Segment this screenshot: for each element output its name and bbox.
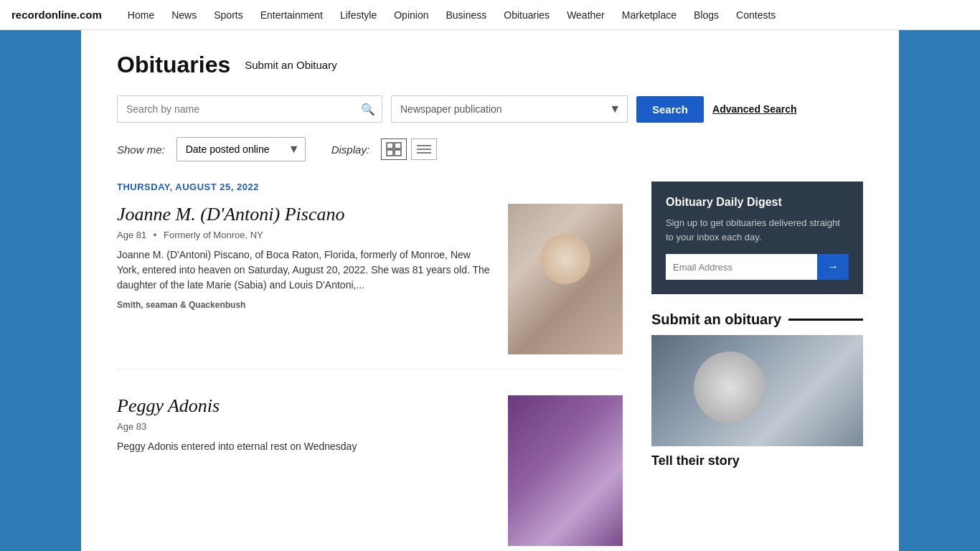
email-signup-row: → xyxy=(666,254,849,280)
nav-link-weather[interactable]: Weather xyxy=(558,0,613,30)
obituary-text: Joanne M. (D'Antoni) Piscano Age 81 • Fo… xyxy=(117,204,494,354)
email-input[interactable] xyxy=(666,254,817,280)
digest-title: Obituary Daily Digest xyxy=(666,196,849,209)
obituary-photo[interactable] xyxy=(508,204,623,354)
obituary-summary: Joanne M. (D'Antoni) Piscano, of Boca Ra… xyxy=(117,248,494,293)
nav-links: HomeNewsSportsEntertainmentLifestyleOpin… xyxy=(119,0,784,30)
date-select-wrapper: Date posted online ▼ xyxy=(176,137,306,161)
obituary-entry: Peggy Adonis Age 83 Peggy Adonis entered… xyxy=(117,395,623,551)
obituary-entry: Joanne M. (D'Antoni) Piscano Age 81 • Fo… xyxy=(117,204,623,369)
svg-rect-3 xyxy=(395,150,401,156)
submit-obituary-section: Submit an obituary Tell their story xyxy=(651,311,863,468)
search-button[interactable]: Search xyxy=(636,96,704,123)
nav-link-contests[interactable]: Contests xyxy=(727,0,784,30)
site-logo[interactable]: recordonline.com xyxy=(11,9,102,21)
digest-box: Obituary Daily Digest Sign up to get obi… xyxy=(651,182,863,294)
svg-rect-0 xyxy=(387,143,393,149)
title-row: Obituaries Submit an Obituary xyxy=(117,52,863,78)
date-header: Thursday, August 25, 2022 xyxy=(117,182,623,192)
display-label: Display: xyxy=(331,143,369,156)
search-row: 🔍 Newspaper publication ▼ Search Advance… xyxy=(117,95,863,123)
obituary-age: Age 81 xyxy=(117,230,146,240)
obituary-location: Formerly of Monroe, NY xyxy=(164,230,263,240)
page-content: Obituaries Submit an Obituary 🔍 Newspape… xyxy=(81,30,899,551)
grid-view-button[interactable] xyxy=(381,138,407,160)
grid-icon xyxy=(386,142,402,156)
obituary-age: Age 83 xyxy=(117,421,146,432)
obituary-meta: Age 81 • Formerly of Monroe, NY xyxy=(117,230,494,240)
digest-description: Sign up to get obituaries delivered stra… xyxy=(666,216,849,244)
nav-link-obituaries[interactable]: Obituaries xyxy=(495,0,558,30)
submit-obituary-link[interactable]: Submit an Obituary xyxy=(245,59,336,71)
obituary-photo[interactable] xyxy=(508,395,623,546)
separator: • xyxy=(154,230,157,240)
nav-link-news[interactable]: News xyxy=(163,0,205,30)
display-icons xyxy=(381,138,437,160)
filter-row: Show me: Date posted online ▼ Display: xyxy=(117,137,863,161)
publication-select[interactable]: Newspaper publication xyxy=(391,95,628,123)
search-name-wrapper: 🔍 xyxy=(117,95,382,123)
list-icon xyxy=(416,142,432,156)
nav-link-entertainment[interactable]: Entertainment xyxy=(252,0,331,30)
obituary-name[interactable]: Peggy Adonis xyxy=(117,395,494,417)
email-submit-button[interactable]: → xyxy=(817,254,849,280)
page-title: Obituaries xyxy=(117,52,230,78)
obituary-name[interactable]: Joanne M. (D'Antoni) Piscano xyxy=(117,204,494,225)
list-view-button[interactable] xyxy=(411,138,437,160)
submit-obituary-image[interactable] xyxy=(651,335,863,446)
date-select[interactable]: Date posted online xyxy=(176,137,306,161)
search-input[interactable] xyxy=(117,95,382,123)
obituary-source: Smith, seaman & Quackenbush xyxy=(117,300,494,310)
nav-link-marketplace[interactable]: Marketplace xyxy=(613,0,685,30)
nav-link-home[interactable]: Home xyxy=(119,0,163,30)
navigation: recordonline.com HomeNewsSportsEntertain… xyxy=(0,0,980,30)
obituaries-list: Thursday, August 25, 2022 Joanne M. (D'A… xyxy=(117,182,623,551)
sidebar: Obituary Daily Digest Sign up to get obi… xyxy=(651,182,863,551)
advanced-search-link[interactable]: Advanced Search xyxy=(712,103,797,115)
show-me-label: Show me: xyxy=(117,143,165,156)
tell-story-label: Tell their story xyxy=(651,453,863,468)
nav-link-blogs[interactable]: Blogs xyxy=(685,0,727,30)
svg-rect-1 xyxy=(395,143,401,149)
nav-link-opinion[interactable]: Opinion xyxy=(385,0,437,30)
content-layout: Thursday, August 25, 2022 Joanne M. (D'A… xyxy=(117,182,863,551)
submit-obituary-title: Submit an obituary xyxy=(651,311,863,328)
obituary-meta: Age 83 xyxy=(117,421,494,432)
obituary-summary: Peggy Adonis entered into eternal rest o… xyxy=(117,439,494,454)
nav-link-business[interactable]: Business xyxy=(438,0,496,30)
nav-link-sports[interactable]: Sports xyxy=(205,0,251,30)
obituary-text: Peggy Adonis Age 83 Peggy Adonis entered… xyxy=(117,395,494,546)
nav-link-lifestyle[interactable]: Lifestyle xyxy=(331,0,385,30)
svg-rect-2 xyxy=(387,150,393,156)
publication-select-wrapper: Newspaper publication ▼ xyxy=(391,95,628,123)
